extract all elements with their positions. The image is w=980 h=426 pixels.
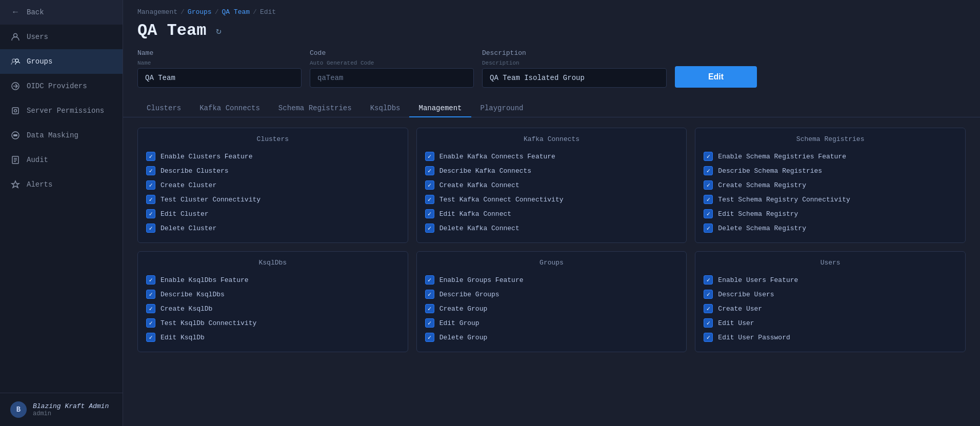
perm-item[interactable]: Test Cluster Connectivity [146, 192, 399, 207]
checkbox-checked-icon[interactable] [425, 152, 434, 161]
checkbox-checked-icon[interactable] [425, 290, 434, 299]
perm-item[interactable]: Create KsqlDb [146, 301, 399, 316]
breadcrumb-qa-team[interactable]: QA Team [222, 8, 250, 16]
perm-label-4-2: Create Group [439, 305, 488, 313]
sidebar-item-oidc[interactable]: OIDC Providers [0, 74, 123, 98]
tab-clusters[interactable]: Clusters [137, 100, 190, 117]
perm-label-0-5: Delete Cluster [161, 225, 216, 232]
checkbox-checked-icon[interactable] [425, 180, 434, 190]
checkbox-checked-icon[interactable] [146, 333, 155, 342]
code-input[interactable] [310, 68, 474, 88]
checkbox-checked-icon[interactable] [146, 304, 155, 313]
perm-item[interactable]: Describe Groups [425, 287, 678, 301]
checkbox-checked-icon[interactable] [704, 275, 713, 285]
name-input[interactable] [137, 68, 302, 88]
perm-item[interactable]: Test Schema Registry Connectivity [704, 192, 957, 207]
perm-item[interactable]: Delete Kafka Connect [425, 221, 678, 235]
tab-management[interactable]: Management [409, 100, 471, 117]
perm-item[interactable]: Test KsqlDb Connectivity [146, 316, 399, 330]
checkbox-checked-icon[interactable] [425, 224, 434, 233]
perm-label-0-2: Create Cluster [161, 181, 216, 189]
perm-item[interactable]: Edit User [704, 316, 957, 330]
checkbox-checked-icon[interactable] [146, 209, 155, 218]
checkbox-checked-icon[interactable] [704, 333, 713, 342]
tab-schema-registries[interactable]: Schema Registries [269, 100, 361, 117]
avatar: B [10, 401, 27, 418]
perm-item[interactable]: Enable Clusters Feature [146, 149, 399, 164]
perm-item[interactable]: Enable Groups Feature [425, 273, 678, 287]
checkbox-checked-icon[interactable] [425, 195, 434, 204]
checkbox-checked-icon[interactable] [146, 290, 155, 299]
perm-item[interactable]: Enable KsqlDbs Feature [146, 273, 399, 287]
perm-item[interactable]: Test Kafka Connect Connectivity [425, 192, 678, 207]
perm-item[interactable]: Create Schema Registry [704, 178, 957, 192]
checkbox-checked-icon[interactable] [704, 180, 713, 190]
perm-item[interactable]: Edit Cluster [146, 207, 399, 221]
tab-playground[interactable]: Playground [471, 100, 533, 117]
perm-label-4-3: Edit Group [439, 319, 479, 327]
perm-item[interactable]: Enable Kafka Connects Feature [425, 149, 678, 164]
back-button[interactable]: ← Back [0, 0, 123, 25]
checkbox-checked-icon[interactable] [146, 318, 155, 328]
sidebar-item-alerts[interactable]: Alerts [0, 172, 123, 197]
checkbox-checked-icon[interactable] [146, 275, 155, 285]
server-permissions-icon [10, 106, 21, 116]
checkbox-checked-icon[interactable] [146, 224, 155, 233]
sidebar-item-users[interactable]: Users [0, 25, 123, 49]
perm-item[interactable]: Describe Clusters [146, 164, 399, 178]
sidebar-item-label-groups: Groups [27, 57, 52, 66]
checkbox-checked-icon[interactable] [704, 209, 713, 218]
perm-item[interactable]: Delete Cluster [146, 221, 399, 235]
checkbox-checked-icon[interactable] [146, 152, 155, 161]
tab-ksqldbs[interactable]: KsqlDbs [361, 100, 410, 117]
checkbox-checked-icon[interactable] [425, 318, 434, 328]
perm-item[interactable]: Create Group [425, 301, 678, 316]
checkbox-checked-icon[interactable] [704, 224, 713, 233]
permissions-area[interactable]: ClustersEnable Clusters FeatureDescribe … [123, 117, 980, 426]
refresh-icon[interactable]: ↻ [212, 25, 225, 37]
sidebar-item-server-permissions[interactable]: Server Permissions [0, 98, 123, 123]
checkbox-checked-icon[interactable] [146, 180, 155, 190]
sidebar-item-audit[interactable]: Audit [0, 148, 123, 172]
checkbox-checked-icon[interactable] [425, 304, 434, 313]
sidebar-user-section: B Blazing Kraft Admin admin [0, 393, 123, 426]
perm-item[interactable]: Edit KsqlDb [146, 330, 399, 344]
breadcrumb-groups[interactable]: Groups [188, 8, 212, 16]
perm-item[interactable]: Create Kafka Connect [425, 178, 678, 192]
perm-item[interactable]: Describe Users [704, 287, 957, 301]
checkbox-checked-icon[interactable] [146, 195, 155, 204]
checkbox-checked-icon[interactable] [704, 195, 713, 204]
sidebar-item-groups[interactable]: Groups [0, 49, 123, 74]
perm-item[interactable]: Enable Schema Registries Feature [704, 149, 957, 164]
checkbox-checked-icon[interactable] [425, 333, 434, 342]
perm-item[interactable]: Edit Kafka Connect [425, 207, 678, 221]
checkbox-checked-icon[interactable] [425, 166, 434, 175]
checkbox-checked-icon[interactable] [704, 152, 713, 161]
perm-item[interactable]: Edit Schema Registry [704, 207, 957, 221]
sidebar-item-data-masking[interactable]: Data Masking [0, 123, 123, 148]
checkbox-checked-icon[interactable] [146, 166, 155, 175]
checkbox-checked-icon[interactable] [704, 318, 713, 328]
perm-item[interactable]: Describe KsqlDbs [146, 287, 399, 301]
perm-item[interactable]: Edit User Password [704, 330, 957, 344]
tab-kafka-connects[interactable]: Kafka Connects [190, 100, 269, 117]
checkbox-checked-icon[interactable] [704, 304, 713, 313]
desc-sublabel: Description [482, 60, 667, 66]
perm-item[interactable]: Create Cluster [146, 178, 399, 192]
perm-item[interactable]: Enable Users Feature [704, 273, 957, 287]
perm-item[interactable]: Describe Schema Registries [704, 164, 957, 178]
perm-item[interactable]: Describe Kafka Connects [425, 164, 678, 178]
perm-item[interactable]: Create User [704, 301, 957, 316]
edit-button[interactable]: Edit [675, 66, 757, 88]
perm-label-5-0: Enable Users Feature [718, 276, 798, 284]
edit-form: Name Name Code Auto Generated Code Descr… [123, 49, 980, 88]
checkbox-checked-icon[interactable] [704, 290, 713, 299]
code-sublabel: Auto Generated Code [310, 60, 474, 66]
checkbox-checked-icon[interactable] [425, 275, 434, 285]
perm-item[interactable]: Edit Group [425, 316, 678, 330]
desc-input[interactable] [482, 68, 667, 88]
checkbox-checked-icon[interactable] [704, 166, 713, 175]
perm-item[interactable]: Delete Schema Registry [704, 221, 957, 235]
checkbox-checked-icon[interactable] [425, 209, 434, 218]
perm-item[interactable]: Delete Group [425, 330, 678, 344]
